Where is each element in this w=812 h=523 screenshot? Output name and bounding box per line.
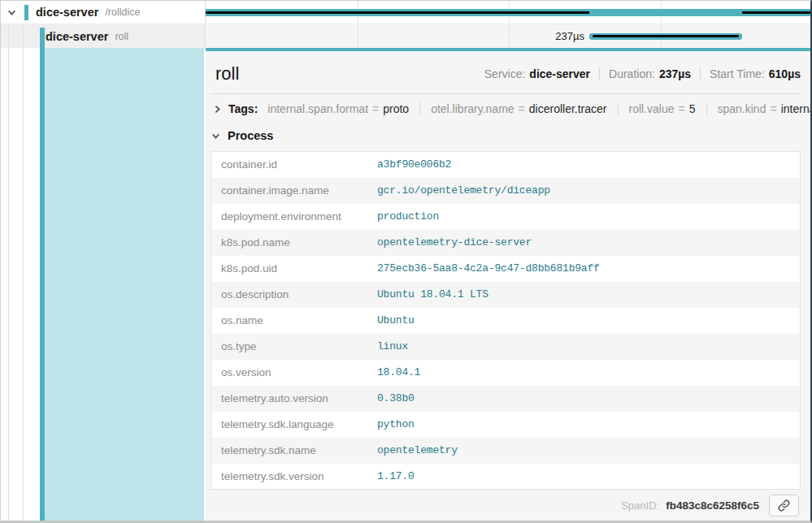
process-table-row: telemetry.sdk.languagepython: [211, 412, 801, 438]
process-table-row: deployment.environmentproduction: [211, 204, 801, 230]
operation-name: /rolldice: [105, 6, 140, 18]
selected-span-accent-bar: [40, 28, 45, 521]
process-table-row: container.image.namegcr.io/opentelemetry…: [211, 178, 801, 204]
process-table-row: container.ida3bf90e006b2: [211, 152, 801, 178]
chevron-down-icon[interactable]: [211, 131, 221, 141]
process-value: opentelemetry-dice-server: [369, 230, 801, 256]
process-table-body: container.ida3bf90e006b2container.image.…: [211, 152, 801, 490]
service-value: dice-server: [529, 67, 590, 80]
process-key: os.name: [211, 308, 370, 334]
span-id-value: fb483c8c6258f6c5: [666, 499, 759, 512]
process-section-toggle[interactable]: Process: [211, 125, 801, 146]
process-value: 1.17.0: [369, 464, 801, 490]
tag-item: otel.library.name=diceroller.tracer: [431, 102, 606, 115]
tag-item: roll.value=5: [629, 102, 696, 115]
process-key: container.id: [211, 152, 370, 178]
process-value: gcr.io/opentelemetry/diceapp: [369, 178, 801, 204]
process-value: a3bf90e006b2: [369, 152, 801, 178]
process-key: deployment.environment: [211, 204, 370, 230]
process-table-row: telemetry.auto.version0.38b0: [211, 386, 801, 412]
process-key: telemetry.sdk.version: [211, 464, 370, 490]
tag-key: roll.value: [629, 102, 675, 115]
span-row-rolldice[interactable]: dice-server /rolldice: [1, 1, 810, 24]
process-value: 275ecb36-5aa8-4c2a-9c47-d8bb681b9aff: [369, 256, 801, 282]
span-overview: Service: dice-server Duration: 237µs Sta…: [484, 67, 801, 80]
process-value: linux: [369, 334, 801, 360]
separator: [599, 67, 600, 80]
span-id-label: SpanID:: [621, 499, 659, 512]
span-bar-self-time-segment: [742, 11, 810, 14]
process-key: telemetry.sdk.name: [211, 438, 370, 464]
process-table-row: k8s.pod.nameopentelemetry-dice-server: [211, 230, 801, 256]
process-value: Ubuntu 18.04.1 LTS: [369, 282, 801, 308]
timeline-grid-line: [661, 1, 662, 48]
duration-value: 237µs: [659, 67, 691, 80]
tag-value: proto: [383, 102, 409, 115]
tags-label: Tags:: [228, 102, 258, 115]
process-value: python: [369, 412, 801, 438]
span-detail-title: roll: [215, 63, 239, 84]
span-duration-label-wrap: 237µs: [206, 24, 584, 48]
link-icon: [777, 499, 791, 512]
operation-name: roll: [115, 31, 128, 42]
span-row-roll-selected[interactable]: dice-server roll 237µs: [1, 24, 810, 48]
process-table-row: k8s.pod.uid275ecb36-5aa8-4c2a-9c47-d8bb6…: [211, 256, 801, 282]
service-label: Service:: [484, 67, 526, 80]
process-key: os.type: [211, 334, 370, 360]
tag-equals: =: [770, 102, 776, 115]
tags-section-toggle[interactable]: Tags: internal.span.format=protootel.lib…: [211, 94, 801, 123]
process-table-row: os.nameUbuntu: [211, 308, 801, 334]
tag-separator: [618, 102, 619, 115]
tag-equals: =: [372, 102, 379, 115]
duration-label: Duration:: [609, 67, 655, 80]
tag-value: 5: [689, 102, 696, 115]
service-name: dice-server: [36, 6, 98, 19]
tag-value: internal: [781, 102, 812, 115]
tag-item: internal.span.format=proto: [267, 102, 409, 115]
span-bar-rolldice[interactable]: [206, 9, 810, 16]
process-key: os.description: [211, 282, 370, 308]
span-detail-footer: SpanID: fb483c8c6258f6c5: [211, 490, 801, 521]
process-value: opentelemetry: [369, 438, 801, 464]
process-key: container.image.name: [211, 178, 370, 204]
process-table-row: os.descriptionUbuntu 18.04.1 LTS: [211, 282, 801, 308]
tags-list: internal.span.format=protootel.library.n…: [267, 102, 812, 115]
span-name-cell-rolldice[interactable]: dice-server /rolldice: [1, 1, 206, 24]
span-detail-header: roll Service: dice-server Duration: 237µ…: [211, 63, 801, 84]
span-detail-panel: roll Service: dice-server Duration: 237µ…: [206, 48, 810, 521]
copy-span-link-button[interactable]: [769, 495, 799, 517]
tag-key: otel.library.name: [431, 102, 514, 115]
span-name-cell-roll[interactable]: dice-server roll: [1, 24, 206, 48]
span-duration-label: 237µs: [555, 30, 584, 42]
process-value: Ubuntu: [369, 308, 801, 334]
indent-guide-line: [8, 24, 9, 521]
tag-equals: =: [519, 102, 525, 115]
service-name: dice-server: [46, 30, 108, 43]
process-table-row: os.version18.04.1: [211, 360, 801, 386]
process-value: 0.38b0: [369, 386, 801, 412]
process-key: telemetry.auto.version: [211, 386, 370, 412]
process-table-row: telemetry.sdk.version1.17.0: [211, 464, 801, 490]
chevron-right-icon[interactable]: [212, 104, 223, 115]
jaeger-trace-detail-view: dice-server /rolldice dice-server roll 2…: [0, 0, 812, 523]
chevron-down-icon[interactable]: [7, 7, 17, 18]
process-key: os.version: [211, 360, 370, 386]
span-bar-roll[interactable]: [589, 33, 742, 40]
span-color-bar: [24, 5, 28, 20]
span-bar-self-time-segment: [206, 11, 589, 14]
process-key-value-table: container.ida3bf90e006b2container.image.…: [211, 151, 801, 490]
start-time-label: Start Time:: [710, 67, 765, 80]
start-time-value: 610µs: [769, 67, 801, 80]
span-bar-self-time-segment: [593, 35, 739, 37]
tag-value: diceroller.tracer: [529, 102, 607, 115]
tag-key: internal.span.format: [267, 102, 368, 115]
process-table-row: os.typelinux: [211, 334, 801, 360]
process-key: telemetry.sdk.language: [211, 412, 370, 438]
tag-separator: [706, 102, 707, 115]
process-value: production: [369, 204, 801, 230]
tag-item: span.kind=internal: [718, 102, 812, 115]
tag-separator: [419, 102, 420, 115]
process-table-row: telemetry.sdk.nameopentelemetry: [211, 438, 801, 464]
process-label: Process: [228, 129, 273, 142]
separator: [700, 67, 701, 80]
